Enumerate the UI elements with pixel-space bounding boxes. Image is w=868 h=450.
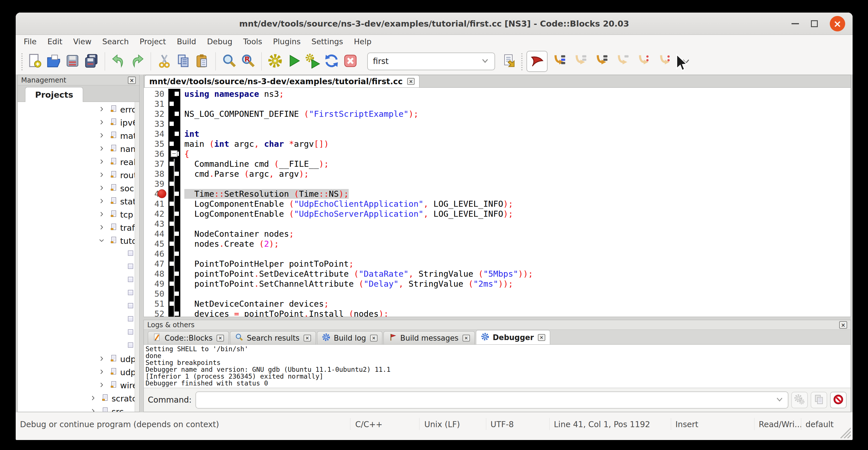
chevron-collapsed-icon[interactable] [98, 144, 105, 154]
chevron-expanded-icon[interactable] [98, 236, 105, 246]
close-button[interactable]: × [830, 16, 845, 31]
fold-margin[interactable] [168, 179, 180, 189]
code-line-48[interactable]: 48 pointToPoint.SetDeviceAttribute ("Dat… [144, 269, 850, 279]
log-tab-code-blocks[interactable]: Code::Blocks× [148, 331, 229, 344]
horizontal-splitter[interactable] [144, 317, 851, 320]
editor-tab-first-cc[interactable]: mnt/dev/tools/source/ns-3-dev/examples/t… [144, 75, 420, 87]
step-into-button[interactable] [593, 53, 610, 70]
code-line-47[interactable]: 47 PointToPointHelper pointToPoint; [144, 259, 850, 269]
menu-plugins[interactable]: Plugins [273, 37, 301, 46]
tree-item-udp[interactable]: udp [18, 353, 135, 366]
fold-margin[interactable] [168, 159, 180, 169]
menu-build[interactable]: Build [177, 37, 196, 46]
tree-item-stats[interactable]: stats [18, 195, 135, 208]
log-tab-search-results[interactable]: Search results× [230, 331, 316, 344]
fold-margin[interactable] [168, 259, 180, 269]
fold-margin[interactable] [168, 119, 180, 129]
chevron-collapsed-icon[interactable] [98, 197, 105, 206]
toolbar-gripper[interactable] [21, 53, 23, 70]
fold-margin[interactable] [168, 229, 180, 239]
copy-button[interactable] [174, 52, 193, 71]
code-line-41[interactable]: 41 LogComponentEnable ("UdpEchoClientApp… [144, 199, 850, 209]
step-out-button[interactable] [614, 53, 631, 70]
chevron-collapsed-icon[interactable] [98, 367, 105, 377]
tree-item-rout[interactable]: rout [18, 169, 135, 182]
tree-item-th[interactable]: th [18, 339, 135, 353]
fold-margin[interactable] [168, 239, 180, 249]
chevron-collapsed-icon[interactable] [90, 407, 97, 412]
tree-item-src[interactable]: src [18, 405, 135, 412]
code-line-50[interactable]: 50 [144, 289, 850, 299]
code-line-31[interactable]: 31 [144, 99, 850, 109]
rebuild-button[interactable] [322, 52, 341, 71]
log-tab-build-messages[interactable]: Build messages× [383, 331, 475, 344]
menu-edit[interactable]: Edit [48, 37, 62, 46]
code-line-45[interactable]: 45 nodes.Create (2); [144, 239, 850, 249]
build-target-combobox[interactable]: first [367, 53, 495, 70]
code-line-39[interactable]: 39 [144, 179, 850, 189]
next-instruction-button[interactable] [635, 53, 653, 70]
new-file-button[interactable] [25, 52, 44, 71]
tree-item-udp-[interactable]: udp- [18, 366, 135, 379]
menu-tools[interactable]: Tools [243, 37, 262, 46]
fold-margin[interactable] [168, 289, 180, 299]
select-target-button[interactable] [500, 52, 519, 71]
fold-margin[interactable] [168, 129, 180, 139]
chevron-collapsed-icon[interactable] [98, 131, 105, 141]
breakpoint-marker[interactable] [157, 189, 166, 198]
save-all-button[interactable] [82, 52, 101, 71]
fold-margin[interactable] [168, 219, 180, 229]
chevron-collapsed-icon[interactable] [98, 171, 105, 180]
code-line-33[interactable]: 33 [144, 119, 850, 129]
run-to-cursor-button[interactable] [550, 53, 568, 70]
code-line-49[interactable]: 49 pointToPoint.SetChannelAttribute ("De… [144, 279, 850, 289]
tree-item-fo[interactable]: fo [18, 274, 135, 287]
redo-button[interactable] [128, 52, 147, 71]
log-tab-close-icon[interactable]: × [463, 335, 470, 341]
tree-item-traff[interactable]: traff [18, 221, 135, 234]
logs-close-icon[interactable]: × [839, 321, 847, 329]
fold-margin[interactable] [168, 169, 180, 179]
fold-margin[interactable] [168, 199, 180, 209]
chevron-collapsed-icon[interactable] [98, 105, 105, 115]
tree-item-se[interactable]: se [18, 313, 135, 326]
tree-item-wire[interactable]: wire [18, 379, 135, 392]
menu-file[interactable]: File [24, 37, 36, 46]
tree-item-erro[interactable]: erro [18, 103, 135, 116]
code-line-37[interactable]: 37 CommandLine cmd (__FILE__); [144, 159, 850, 169]
code-line-34[interactable]: 34int [144, 129, 850, 139]
log-tab-close-icon[interactable]: × [370, 335, 377, 341]
fold-margin[interactable] [168, 299, 180, 309]
code-line-36[interactable]: 36−{ [144, 149, 850, 159]
code-line-42[interactable]: 42 LogComponentEnable ("UdpEchoServerApp… [144, 209, 850, 219]
resize-grip[interactable] [837, 424, 851, 438]
code-line-44[interactable]: 44 NodeContainer nodes; [144, 229, 850, 239]
vertical-splitter[interactable] [140, 75, 144, 412]
fold-margin[interactable] [168, 189, 180, 199]
log-tab-build-log[interactable]: Build log× [317, 331, 382, 344]
save-file-button[interactable] [63, 52, 82, 71]
chevron-collapsed-icon[interactable] [98, 210, 105, 219]
clear-log-button[interactable] [830, 392, 846, 408]
menu-settings[interactable]: Settings [312, 37, 343, 46]
fold-margin[interactable] [168, 209, 180, 219]
code-line-51[interactable]: 51 NetDeviceContainer devices; [144, 299, 850, 309]
code-editor[interactable]: 30using namespace ns3;3132NS_LOG_COMPONE… [144, 88, 850, 317]
debug-continue-button[interactable] [526, 51, 548, 72]
find-button[interactable] [220, 52, 239, 71]
code-line-30[interactable]: 30using namespace ns3; [144, 89, 850, 99]
run-button[interactable] [284, 52, 303, 71]
fold-margin[interactable] [168, 99, 180, 109]
log-tab-close-icon[interactable]: × [217, 335, 224, 341]
fold-margin[interactable] [168, 109, 180, 119]
fold-margin[interactable]: − [168, 149, 180, 159]
tree-item-nam[interactable]: nam [18, 143, 135, 156]
tree-item-scratch[interactable]: scratch [18, 392, 135, 405]
chevron-collapsed-icon[interactable] [98, 381, 105, 390]
menu-debug[interactable]: Debug [207, 37, 232, 46]
chevron-collapsed-icon[interactable] [98, 157, 105, 167]
chevron-collapsed-icon[interactable] [98, 118, 105, 128]
code-line-38[interactable]: 38 cmd.Parse (argc, argv); [144, 169, 850, 179]
code-line-35[interactable]: 35main (int argc, char *argv[]) [144, 139, 850, 149]
menu-project[interactable]: Project [140, 37, 166, 46]
